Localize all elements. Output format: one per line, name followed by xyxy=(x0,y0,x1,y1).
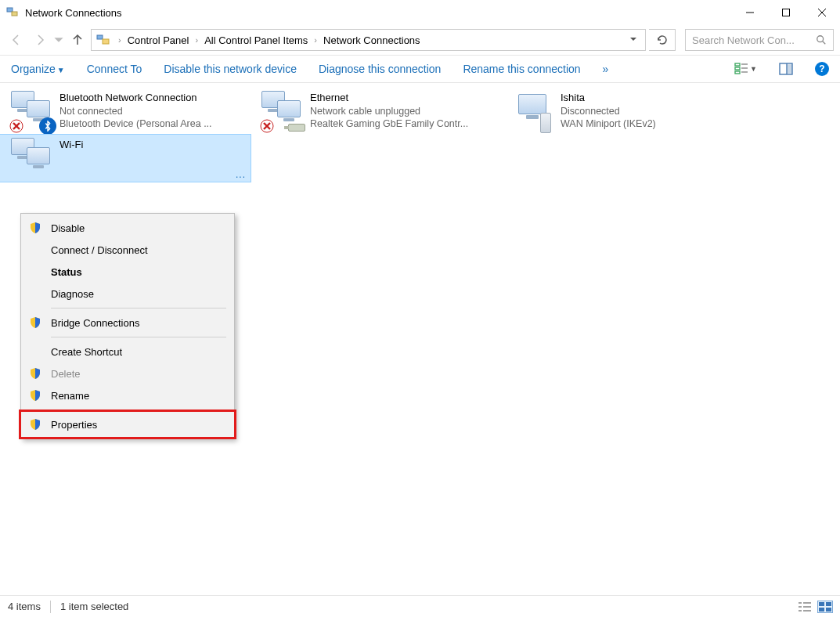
svg-point-11 xyxy=(817,36,824,42)
connection-device: Bluetooth Device (Personal Area ... xyxy=(59,117,212,131)
menu-status[interactable]: Status xyxy=(21,261,234,283)
organize-menu[interactable]: Organize▼ xyxy=(11,63,65,75)
refresh-button[interactable] xyxy=(649,29,676,51)
menu-create-shortcut[interactable]: Create Shortcut xyxy=(21,341,234,363)
menu-rename[interactable]: Rename xyxy=(21,384,234,406)
menu-separator xyxy=(51,337,226,337)
chevron-right-icon[interactable]: › xyxy=(190,35,203,45)
forward-button[interactable] xyxy=(30,30,50,50)
shield-icon xyxy=(29,418,41,431)
connection-name: Ethernet xyxy=(310,91,468,105)
minimize-button[interactable] xyxy=(732,0,768,25)
connection-ishita[interactable]: Ishita Disconnected WAN Miniport (IKEv2) xyxy=(501,88,752,135)
maximize-button[interactable] xyxy=(768,0,804,25)
status-bar: 4 items 1 item selected xyxy=(0,595,840,617)
disable-device-button[interactable]: Disable this network device xyxy=(164,63,297,75)
layout-icon xyxy=(734,62,748,76)
menu-bridge-connections[interactable]: Bridge Connections xyxy=(21,312,234,334)
details-view-button[interactable] xyxy=(798,601,812,612)
vpn-connection-icon xyxy=(512,91,556,132)
breadcrumb-control-panel[interactable]: Control Panel xyxy=(126,34,191,46)
chevron-right-icon[interactable]: › xyxy=(309,35,322,45)
breadcrumb-all-items[interactable]: All Control Panel Items xyxy=(203,34,309,46)
shield-icon xyxy=(29,316,41,329)
connection-name: Bluetooth Network Connection xyxy=(59,91,212,105)
toolbar-overflow[interactable]: » xyxy=(603,63,609,75)
connection-status: Not connected xyxy=(59,105,212,118)
connection-device: Realtek Gaming GbE Family Contr... xyxy=(310,117,468,131)
svg-rect-8 xyxy=(97,35,103,39)
connection-wifi[interactable]: Wi-Fi ... Disable Connect / Disconnect S… xyxy=(0,135,251,182)
content-area: Bluetooth Network Connection Not connect… xyxy=(0,83,840,595)
up-button[interactable] xyxy=(67,30,88,50)
cable-icon xyxy=(288,124,305,132)
shield-icon xyxy=(29,222,41,234)
error-x-icon xyxy=(9,119,23,133)
help-button[interactable]: ? xyxy=(815,62,829,76)
svg-marker-10 xyxy=(630,38,636,41)
rename-connection-button[interactable]: Rename this connection xyxy=(463,63,580,75)
breadcrumb-network-connections[interactable]: Network Connections xyxy=(322,34,422,46)
status-divider xyxy=(50,601,51,613)
svg-rect-3 xyxy=(783,9,790,16)
connection-ethernet[interactable]: Ethernet Network cable unplugged Realtek… xyxy=(251,88,501,135)
connection-bluetooth[interactable]: Bluetooth Network Connection Not connect… xyxy=(0,88,251,135)
svg-rect-14 xyxy=(735,67,740,70)
connection-status: Network cable unplugged xyxy=(310,105,468,118)
svg-marker-6 xyxy=(54,38,63,42)
search-input[interactable]: Search Network Con... xyxy=(685,29,834,51)
svg-rect-21 xyxy=(788,65,791,73)
menu-diagnose[interactable]: Diagnose xyxy=(21,283,234,305)
preview-pane-icon xyxy=(779,62,793,76)
context-menu: Disable Connect / Disconnect Status Diag… xyxy=(20,213,235,439)
network-app-icon xyxy=(6,6,19,19)
svg-rect-37 xyxy=(826,608,831,612)
breadcrumb[interactable]: › Control Panel › All Control Panel Item… xyxy=(91,29,646,51)
connection-name: Ishita xyxy=(561,91,656,105)
bluetooth-icon xyxy=(39,117,56,135)
item-count: 4 items xyxy=(8,601,41,612)
nav-bar: › Control Panel › All Control Panel Item… xyxy=(0,25,840,55)
svg-line-12 xyxy=(823,41,826,45)
tiles-view-button[interactable] xyxy=(818,601,832,612)
back-button[interactable] xyxy=(6,30,27,50)
shield-icon xyxy=(29,367,41,380)
close-button[interactable] xyxy=(804,0,840,25)
diagnose-connection-button[interactable]: Diagnose this connection xyxy=(319,63,441,75)
connection-name: Wi-Fi xyxy=(59,138,83,152)
svg-rect-35 xyxy=(826,602,831,606)
search-placeholder: Search Network Con... xyxy=(692,34,816,46)
svg-rect-9 xyxy=(103,39,109,44)
menu-properties[interactable]: Properties xyxy=(21,413,234,435)
connection-status: Disconnected xyxy=(561,105,656,118)
svg-rect-0 xyxy=(7,8,13,12)
command-bar: Organize▼ Connect To Disable this networ… xyxy=(0,55,840,83)
svg-rect-34 xyxy=(819,602,824,606)
server-icon xyxy=(540,113,551,133)
recent-dropdown[interactable] xyxy=(53,30,64,50)
svg-rect-15 xyxy=(735,71,740,74)
selection-count: 1 item selected xyxy=(60,601,128,612)
search-icon xyxy=(816,34,827,45)
menu-separator xyxy=(51,410,226,410)
menu-connect-disconnect[interactable]: Connect / Disconnect xyxy=(21,239,234,261)
menu-delete: Delete xyxy=(21,363,234,384)
shield-icon xyxy=(29,389,41,402)
folder-icon xyxy=(96,33,110,47)
breadcrumb-dropdown[interactable] xyxy=(623,34,644,45)
bluetooth-connection-icon xyxy=(11,91,55,132)
error-x-icon xyxy=(260,119,274,133)
preview-pane-button[interactable] xyxy=(779,62,793,76)
chevron-right-icon[interactable]: › xyxy=(114,35,126,45)
svg-rect-1 xyxy=(12,12,17,16)
ethernet-connection-icon xyxy=(261,91,305,132)
connection-device: WAN Miniport (IKEv2) xyxy=(561,117,656,131)
title-bar: Network Connections xyxy=(0,0,840,25)
menu-separator xyxy=(51,308,226,308)
text-overflow-indicator: ... xyxy=(236,169,246,180)
connect-to-button[interactable]: Connect To xyxy=(87,63,142,75)
menu-disable[interactable]: Disable xyxy=(21,217,234,239)
svg-rect-36 xyxy=(819,608,824,612)
view-layout-button[interactable]: ▼ xyxy=(734,62,757,76)
window-title: Network Connections xyxy=(25,7,732,19)
